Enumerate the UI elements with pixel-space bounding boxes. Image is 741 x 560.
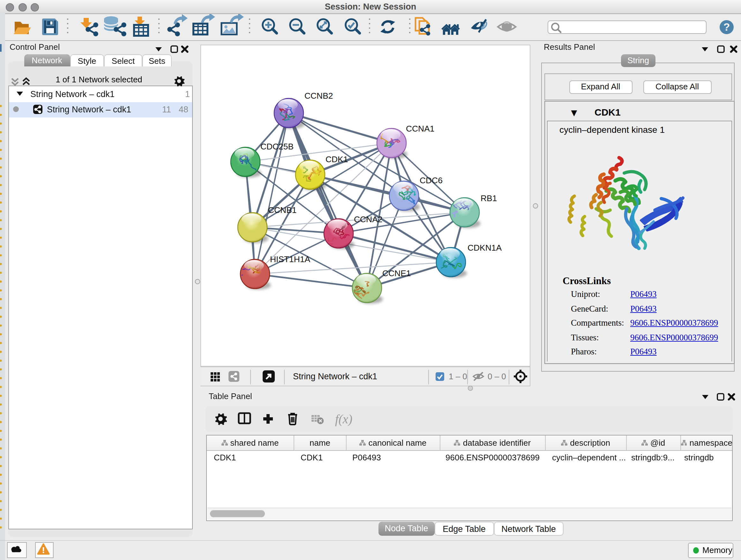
svg-text:CCNA1: CCNA1 [406, 124, 434, 133]
svg-text:CDK1: CDK1 [326, 154, 348, 164]
svg-text:CDKN1A: CDKN1A [468, 243, 502, 253]
svg-text:CDC6: CDC6 [420, 176, 443, 185]
svg-text:CCNB2: CCNB2 [305, 91, 333, 101]
svg-text:HIST1H1A: HIST1H1A [270, 254, 311, 264]
svg-text:?: ? [724, 21, 730, 33]
svg-text:CCNB1: CCNB1 [268, 205, 296, 215]
svg-text:CCNE1: CCNE1 [382, 268, 411, 278]
svg-text:CCNA2: CCNA2 [354, 214, 382, 224]
svg-text:CDC25B: CDC25B [260, 142, 293, 151]
svg-text:RB1: RB1 [481, 193, 497, 203]
